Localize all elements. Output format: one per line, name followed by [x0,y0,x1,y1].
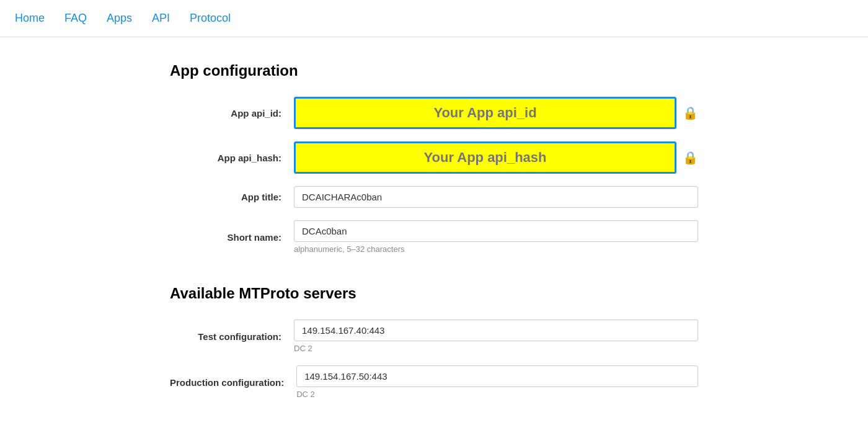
short-name-field-row [294,220,698,242]
api-id-field-row: 🔒 [294,97,698,129]
app-title-row: App title: [170,186,698,208]
test-dc-label: DC 2 [294,344,698,353]
prod-config-row: Production configuration: DC 2 [170,365,698,399]
test-config-input[interactable] [294,320,698,341]
nav-protocol[interactable]: Protocol [190,12,231,25]
api-hash-row: App api_hash: 🔒 [170,141,698,174]
test-config-field-wrapper: DC 2 [294,320,698,353]
api-id-input[interactable] [294,97,676,129]
api-id-lock-icon[interactable]: 🔒 [683,105,698,120]
api-hash-input[interactable] [294,141,676,174]
app-config-title: App configuration [170,62,698,79]
nav-api[interactable]: API [152,12,170,25]
test-config-field-row [294,320,698,341]
app-config-section: App configuration App api_id: 🔒 App api_… [170,62,698,254]
prod-config-field-row [296,365,698,387]
prod-dc-label: DC 2 [296,390,698,399]
api-hash-field-wrapper: 🔒 [294,141,698,174]
app-title-label: App title: [170,192,294,202]
test-config-row: Test configuration: DC 2 [170,320,698,353]
mtproto-title: Available MTProto servers [170,285,698,302]
prod-config-field-wrapper: DC 2 [296,365,698,399]
short-name-row: Short name: alphanumeric, 5–32 character… [170,220,698,254]
api-id-field-wrapper: 🔒 [294,97,698,129]
main-content: App configuration App api_id: 🔒 App api_… [155,37,713,425]
short-name-label: Short name: [170,232,294,243]
prod-config-label: Production configuration: [170,377,296,388]
test-config-label: Test configuration: [170,331,294,342]
app-title-input[interactable] [294,186,698,208]
app-title-field-row [294,186,698,208]
main-nav: Home FAQ Apps API Protocol [0,0,868,37]
nav-faq[interactable]: FAQ [64,12,87,25]
short-name-hint: alphanumeric, 5–32 characters [294,244,698,254]
short-name-input[interactable] [294,220,698,242]
api-hash-lock-icon[interactable]: 🔒 [683,150,698,165]
short-name-field-wrapper: alphanumeric, 5–32 characters [294,220,698,254]
nav-home[interactable]: Home [15,12,45,25]
api-hash-label: App api_hash: [170,153,294,163]
api-id-row: App api_id: 🔒 [170,97,698,129]
api-id-label: App api_id: [170,108,294,119]
nav-apps[interactable]: Apps [107,12,132,25]
prod-config-input[interactable] [296,365,698,387]
app-title-field-wrapper [294,186,698,208]
api-hash-field-row: 🔒 [294,141,698,174]
mtproto-section: Available MTProto servers Test configura… [170,285,698,399]
